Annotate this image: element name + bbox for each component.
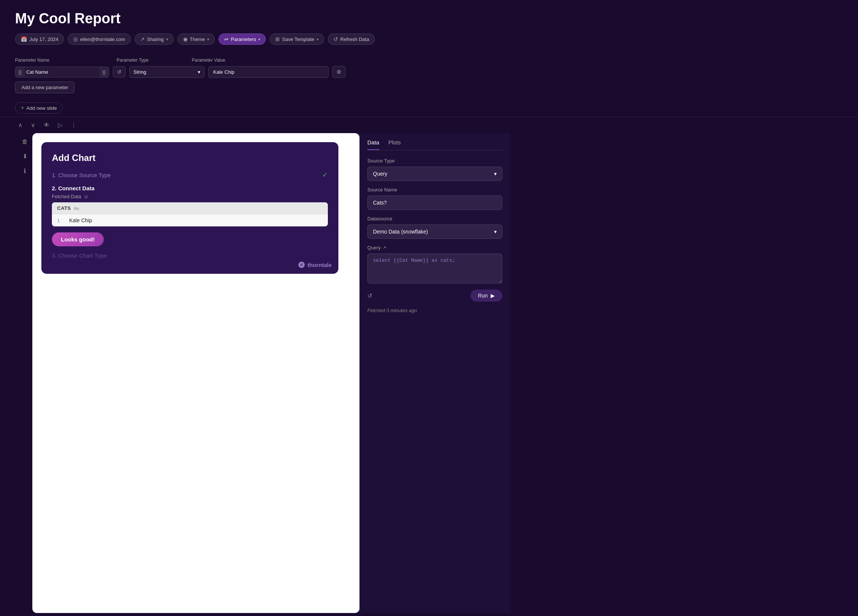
user-display: ◎ ellen@thorntale.com	[68, 33, 131, 45]
refresh-icon: ↺	[334, 36, 338, 42]
step1-label: 1. Choose Source Type ✓	[52, 171, 328, 179]
source-type-label: Source Type	[367, 158, 502, 163]
parameter-row: {{ }} ↺ String ▾ ⚙	[15, 66, 843, 78]
data-table: CATS Aa 1 Kale Chip	[52, 202, 328, 226]
parameters-section: Parameter Name Parameter Type Parameter …	[0, 58, 858, 99]
param-settings-button[interactable]: ⚙	[333, 66, 345, 78]
move-up-button[interactable]: ∧	[15, 120, 26, 130]
param-refresh-button[interactable]: ↺	[113, 66, 126, 78]
info-button[interactable]: ℹ	[22, 165, 28, 177]
parameters-chevron: ▾	[258, 37, 260, 41]
more-options-button[interactable]: ⋮	[68, 120, 80, 130]
content-area: 🗑 ⬇ ℹ Add Chart 1. Choose Source Type ✓	[0, 130, 858, 616]
source-name-input[interactable]	[367, 196, 502, 210]
row-number: 1	[57, 218, 65, 223]
external-link-icon: ↗	[383, 245, 386, 250]
right-panel: Data Plots Source Type Query ▾ Source Na…	[359, 133, 510, 613]
param-value-input[interactable]	[208, 66, 329, 78]
page-title: My Cool Report	[15, 11, 843, 27]
sharing-chevron: ▾	[166, 37, 168, 41]
open-brace: {{	[16, 67, 25, 77]
datasource-label: Datasource	[367, 216, 502, 221]
run-button[interactable]: Run ▶	[470, 289, 502, 302]
date-display: 📅 July 17, 2024	[15, 33, 64, 45]
right-panel-tabs: Data Plots	[367, 133, 502, 151]
step2-section: 2. Connect Data Fetched Data ☺ CATS Aa 1	[52, 185, 328, 246]
fetched-status: Fetched 3 minutes ago	[367, 308, 502, 313]
datasource-chevron: ▾	[494, 229, 497, 235]
save-chevron: ▾	[317, 37, 319, 41]
calendar-icon: 📅	[21, 36, 27, 42]
looks-good-button[interactable]: Looks good!	[52, 232, 104, 246]
move-down-button[interactable]: ∨	[28, 120, 38, 130]
save-icon: ⊞	[275, 36, 280, 42]
add-chart-card: Add Chart 1. Choose Source Type ✓ 2. Con…	[41, 142, 338, 274]
param-name-input[interactable]	[25, 67, 99, 77]
left-mini-toolbar: 🗑 ⬇ ℹ	[17, 133, 32, 613]
type-chevron: ▾	[198, 69, 201, 75]
user-icon: ◎	[73, 36, 78, 42]
download-button[interactable]: ⬇	[20, 151, 30, 162]
param-value-label: Parameter Value	[192, 58, 225, 63]
step2-label: 2. Connect Data	[52, 185, 328, 191]
datasource-select[interactable]: Demo Data (snowflake) ▾	[367, 224, 502, 239]
param-name-field: {{ }}	[15, 67, 109, 78]
row-value: Kale Chip	[69, 217, 92, 223]
slide-add-bar: + Add new slide	[0, 99, 858, 117]
step1-checkmark: ✓	[322, 171, 328, 179]
table-row: 1 Kale Chip	[52, 215, 328, 226]
visibility-button[interactable]: 👁	[40, 120, 53, 130]
thorntale-logo: thorntale	[298, 261, 332, 269]
parameters-button[interactable]: ⇌ Parameters ▾	[218, 33, 266, 45]
step3-section: 3. Choose Chart Type	[52, 252, 328, 259]
data-table-header: CATS Aa	[52, 202, 328, 215]
source-type-chevron: ▾	[494, 171, 497, 177]
param-name-label: Parameter Name	[15, 58, 113, 63]
step1-section: 1. Choose Source Type ✓	[52, 171, 328, 179]
source-type-select[interactable]: Query ▾	[367, 166, 502, 181]
param-type-select[interactable]: String ▾	[129, 66, 205, 78]
column-type: Aa	[74, 206, 79, 211]
add-slide-button[interactable]: + Add new slide	[15, 102, 62, 114]
source-name-label: Source Name	[367, 187, 502, 193]
refresh-data-button[interactable]: ↺ Refresh Data	[328, 33, 375, 45]
close-brace: }}	[99, 67, 109, 77]
save-template-button[interactable]: ⊞ Save Template ▾	[270, 33, 324, 45]
column-name: CATS	[57, 205, 71, 211]
add-parameter-button[interactable]: Add a new parameter	[15, 82, 75, 93]
run-row: ↺ Run ▶	[367, 289, 502, 302]
delete-slide-button[interactable]: 🗑	[20, 136, 30, 148]
sharing-button[interactable]: ↗ Sharing ▾	[135, 33, 174, 45]
param-type-label: Parameter Type	[117, 58, 192, 63]
smile-icon: ☺	[84, 194, 89, 199]
theme-icon: ◉	[183, 36, 188, 42]
plus-icon: +	[21, 104, 24, 111]
run-arrow-icon: ▶	[491, 292, 495, 299]
theme-button[interactable]: ◉ Theme ▾	[177, 33, 214, 45]
sharing-icon: ↗	[140, 36, 145, 42]
add-chart-title: Add Chart	[52, 153, 328, 163]
query-textarea[interactable]: select {{Cat Name}} as cats;	[367, 254, 502, 283]
theme-chevron: ▾	[207, 37, 209, 41]
thorntale-icon	[298, 261, 305, 269]
query-label-row: Query ↗	[367, 245, 502, 250]
play-button[interactable]: ▷	[55, 120, 65, 130]
fetched-label: Fetched Data ☺	[52, 194, 328, 199]
param-labels-row: Parameter Name Parameter Type Parameter …	[15, 58, 843, 63]
parameters-icon: ⇌	[224, 36, 228, 42]
slide-controls-bar: ∧ ∨ 👁 ▷ ⋮	[0, 117, 858, 130]
step3-label: 3. Choose Chart Type	[52, 252, 328, 259]
tab-data[interactable]: Data	[367, 139, 379, 150]
tab-plots[interactable]: Plots	[389, 139, 401, 150]
run-refresh-icon[interactable]: ↺	[367, 292, 372, 299]
toolbar: 📅 July 17, 2024 ◎ ellen@thorntale.com ↗ …	[15, 33, 843, 45]
slide-panel: Add Chart 1. Choose Source Type ✓ 2. Con…	[32, 133, 359, 613]
